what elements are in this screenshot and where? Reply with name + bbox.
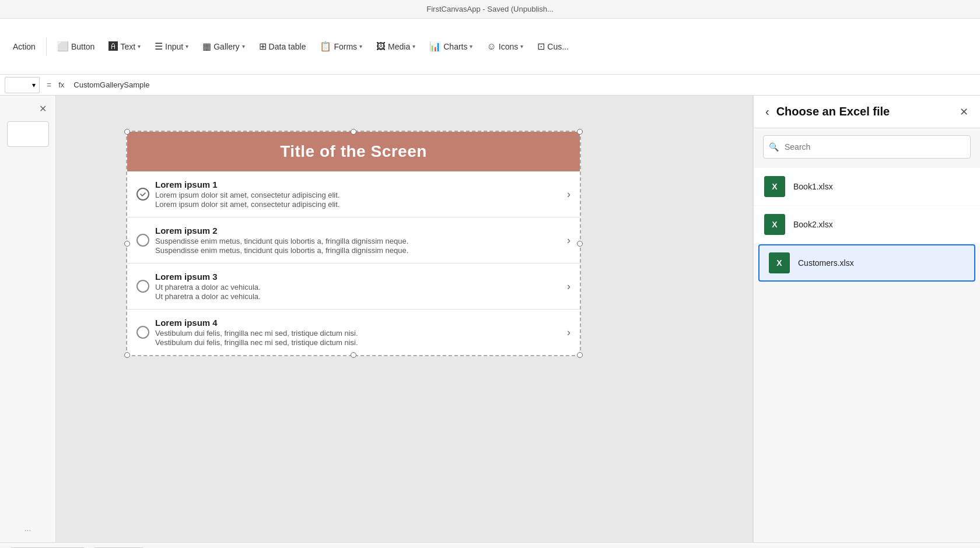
- excel-icon-book2: X: [764, 214, 785, 235]
- toolbar: Action ⬜ Button 🅰 Text ▾ ☰ Input ▾ ▦ Gal…: [0, 19, 980, 75]
- gallery-title-text: Title of the Screen: [280, 142, 427, 160]
- bottom-bar: ⬜ ViewCusto... ▾ ▦ Gallery2 − + 50 % ⛶: [0, 542, 980, 548]
- media-chevron-icon: ▾: [412, 43, 415, 50]
- gallery-item-3[interactable]: Lorem ipsum 3 Ut pharetra a dolor ac veh…: [127, 264, 580, 310]
- toolbar-datatable[interactable]: ⊞ Data table: [253, 37, 312, 55]
- right-panel-title: Choose an Excel file: [776, 105, 953, 118]
- gallery-item-3-sub1: Ut pharetra a dolor ac vehicula.: [155, 283, 562, 291]
- icons-icon: ☺: [487, 41, 496, 52]
- gallery-item-4-chevron-icon: ›: [567, 326, 570, 339]
- gallery-item-4-sub1: Vestibulum dui felis, fringilla nec mi s…: [155, 329, 562, 338]
- gallery-item-1-sub1: Lorem ipsum dolor sit amet, consectetur …: [155, 191, 562, 199]
- gallery-item-3-content: Lorem ipsum 3 Ut pharetra a dolor ac veh…: [155, 272, 562, 301]
- excel-file-name-book1: Book1.xlsx: [793, 182, 833, 191]
- search-input[interactable]: [763, 135, 971, 159]
- toolbar-custom[interactable]: ⊡ Cus...: [531, 37, 575, 55]
- gallery-item-2-title: Lorem ipsum 2: [155, 226, 562, 236]
- right-panel: ‹ Choose an Excel file ✕ 🔍 X Book1.xlsx: [752, 96, 980, 542]
- gallery-item-1-chevron-icon: ›: [567, 188, 570, 201]
- right-panel-search-container: 🔍: [763, 135, 971, 159]
- custom-icon: ⊡: [537, 41, 545, 52]
- gallery-item-3-chevron-icon: ›: [567, 280, 570, 293]
- text-label: Text: [120, 42, 135, 51]
- resize-handle-tm[interactable]: [351, 129, 356, 135]
- toolbar-input[interactable]: ☰ Input ▾: [149, 37, 194, 55]
- gallery-item-3-title: Lorem ipsum 3: [155, 272, 562, 282]
- forms-icon: 📋: [320, 41, 331, 52]
- toolbar-divider-1: [46, 37, 47, 56]
- toolbar-button[interactable]: ⬜ Button: [51, 37, 100, 55]
- toolbar-text[interactable]: 🅰 Text ▾: [103, 38, 146, 55]
- left-sidebar-more-dots: ...: [24, 524, 32, 538]
- left-sidebar-close-button[interactable]: ✕: [34, 100, 51, 117]
- charts-label: Charts: [443, 42, 467, 51]
- gallery-item-1-sub2: Lorem ipsum dolor sit amet, consectetur …: [155, 200, 562, 209]
- gallery-item-2-sub2: Suspendisse enim metus, tincidunt quis l…: [155, 246, 562, 255]
- gallery-item-2[interactable]: Lorem ipsum 2 Suspendisse enim metus, ti…: [127, 217, 580, 264]
- text-icon: 🅰: [108, 41, 118, 52]
- gallery-item-2-sub1: Suspendisse enim metus, tincidunt quis l…: [155, 237, 562, 245]
- resize-handle-tr[interactable]: [577, 129, 583, 135]
- right-panel-back-button[interactable]: ‹: [765, 105, 769, 118]
- gallery-item-3-sub2: Ut pharetra a dolor ac vehicula.: [155, 292, 562, 301]
- gallery-item-4-sub2: Vestibulum dui felis, fringilla nec mi s…: [155, 338, 562, 347]
- button-label: Button: [71, 42, 94, 51]
- media-label: Media: [388, 42, 410, 51]
- forms-label: Forms: [334, 42, 357, 51]
- left-sidebar-input[interactable]: [7, 121, 49, 147]
- gallery-item-4[interactable]: Lorem ipsum 4 Vestibulum dui felis, frin…: [127, 310, 580, 355]
- input-chevron-icon: ▾: [186, 43, 188, 50]
- right-panel-close-button[interactable]: ✕: [960, 106, 968, 118]
- gallery-label: Gallery: [214, 42, 239, 51]
- gallery-item-1-title: Lorem ipsum 1: [155, 180, 562, 189]
- canvas-area: Title of the Screen Lorem ipsum 1 Lorem …: [56, 96, 752, 542]
- excel-file-item-customers[interactable]: X Customers.xlsx: [758, 244, 975, 282]
- toolbar-gallery[interactable]: ▦ Gallery ▾: [197, 37, 250, 55]
- formula-dropdown-arrow: ▾: [32, 81, 36, 89]
- gallery-item-1[interactable]: Lorem ipsum 1 Lorem ipsum dolor sit amet…: [127, 171, 580, 217]
- text-chevron-icon: ▾: [138, 43, 141, 50]
- formula-value: CustomGallerySample: [69, 80, 975, 89]
- charts-chevron-icon: ▾: [470, 43, 473, 50]
- datatable-label: Data table: [269, 42, 306, 51]
- toolbar-icons[interactable]: ☺ Icons ▾: [481, 38, 529, 55]
- formula-fx-button[interactable]: fx: [58, 80, 64, 89]
- gallery-item-4-check[interactable]: [136, 326, 149, 339]
- excel-icon-book1: X: [764, 176, 785, 197]
- excel-file-name-customers: Customers.xlsx: [798, 258, 854, 268]
- gallery-item-4-title: Lorem ipsum 4: [155, 318, 562, 328]
- gallery-item-4-content: Lorem ipsum 4 Vestibulum dui felis, frin…: [155, 318, 562, 347]
- resize-handle-tl[interactable]: [124, 129, 130, 135]
- main-area: ✕ ... Title of the Screen: [0, 96, 980, 542]
- icons-label: Icons: [499, 42, 518, 51]
- gallery-item-3-check[interactable]: [136, 280, 149, 293]
- formula-dropdown[interactable]: ▾: [5, 77, 40, 93]
- gallery-title-bar: Title of the Screen: [127, 132, 580, 171]
- formula-bar: ▾ = fx CustomGallerySample: [0, 75, 980, 96]
- excel-file-item-book1[interactable]: X Book1.xlsx: [754, 168, 980, 205]
- right-panel-header: ‹ Choose an Excel file ✕: [754, 96, 980, 128]
- toolbar-charts[interactable]: 📊 Charts ▾: [424, 37, 478, 55]
- toolbar-forms[interactable]: 📋 Forms ▾: [314, 37, 368, 55]
- excel-file-list: X Book1.xlsx X Book2.xlsx X: [754, 166, 980, 285]
- title-bar: FirstCanvasApp - Saved (Unpublish...: [0, 0, 980, 19]
- toolbar-action[interactable]: Action: [7, 38, 41, 55]
- custom-label: Cus...: [547, 42, 569, 51]
- datatable-icon: ⊞: [259, 41, 267, 52]
- excel-file-item-book2[interactable]: X Book2.xlsx: [754, 206, 980, 243]
- gallery-item-2-chevron-icon: ›: [567, 234, 570, 247]
- left-sidebar: ✕ ...: [0, 96, 56, 542]
- gallery-items: Lorem ipsum 1 Lorem ipsum dolor sit amet…: [127, 171, 580, 355]
- toolbar-media[interactable]: 🖼 Media ▾: [370, 38, 421, 55]
- gallery-item-2-content: Lorem ipsum 2 Suspendisse enim metus, ti…: [155, 226, 562, 255]
- gallery-component[interactable]: Title of the Screen Lorem ipsum 1 Lorem …: [126, 131, 581, 356]
- icons-chevron-icon: ▾: [520, 43, 523, 50]
- gallery-item-2-check[interactable]: [136, 234, 149, 247]
- forms-chevron-icon: ▾: [359, 43, 362, 50]
- gallery-icon: ▦: [202, 41, 211, 52]
- gallery-item-1-check[interactable]: [136, 188, 149, 201]
- formula-fx-label: fx: [58, 80, 64, 89]
- charts-icon: 📊: [429, 41, 441, 52]
- app-title: FirstCanvasApp - Saved (Unpublish...: [426, 5, 553, 13]
- input-icon: ☰: [155, 41, 163, 52]
